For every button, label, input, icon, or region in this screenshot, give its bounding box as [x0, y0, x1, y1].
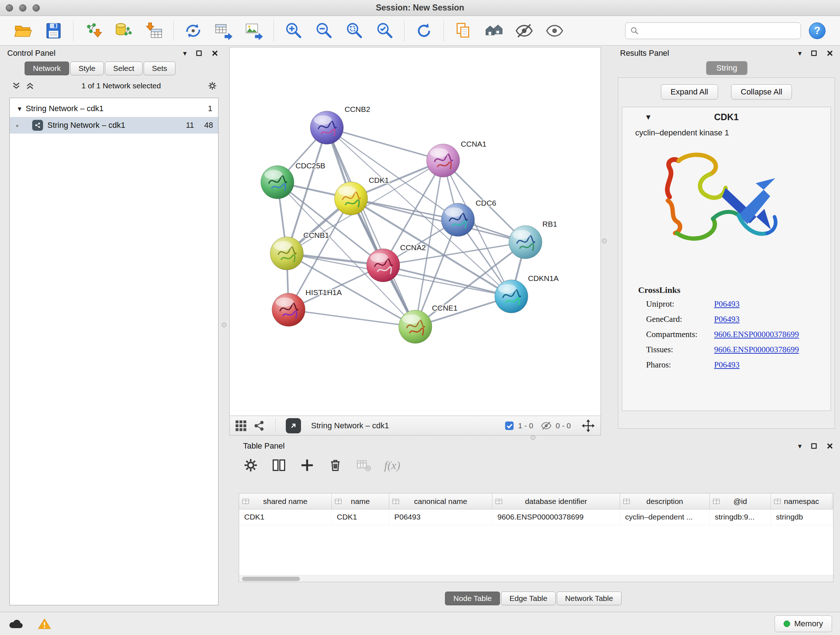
export-table-button[interactable] [213, 21, 234, 41]
tab-style[interactable]: Style [70, 62, 104, 75]
collapse-all-icon[interactable] [25, 81, 35, 90]
table-row[interactable]: CDK1CDK1P064939606.ENSP00000378699cyclin… [239, 509, 833, 525]
table-cell[interactable]: 9606.ENSP00000378699 [493, 509, 620, 525]
network-node-CDKN1A[interactable] [495, 280, 528, 313]
import-network-database-button[interactable] [113, 21, 134, 41]
tab-network[interactable]: Network [25, 62, 69, 75]
right-splitter-handle[interactable] [602, 239, 607, 243]
float-panel-icon[interactable] [195, 50, 202, 57]
network-node-CDC6[interactable] [441, 203, 475, 236]
table-cell[interactable]: cyclin–dependent ... [620, 509, 710, 525]
network-node-CDK1[interactable] [334, 182, 368, 215]
toolbar-search[interactable] [625, 22, 801, 39]
column-header-database-identifier[interactable]: database identifier [493, 494, 620, 509]
create-column-plus-icon[interactable] [300, 458, 315, 473]
network-collection-row[interactable]: ▾ String Network – cdk1 1 [10, 100, 218, 117]
show-graphics-details-button[interactable] [545, 21, 565, 41]
network-node-CCNA1[interactable] [426, 144, 460, 177]
column-header-canonical-name[interactable]: canonical name [389, 494, 493, 509]
network-node-RB1[interactable] [508, 226, 542, 259]
network-options-gear-icon[interactable] [208, 81, 217, 90]
zoom-selected-button[interactable] [374, 21, 395, 41]
birds-eye-grid-icon[interactable] [235, 420, 247, 432]
column-header-name[interactable]: name [332, 494, 389, 509]
warning-icon[interactable] [38, 618, 51, 630]
hide-graphics-details-button[interactable] [514, 21, 534, 41]
network-row-selected[interactable]: ● String Network – cdk1 11 48 [10, 117, 218, 134]
network-node-CCNB1[interactable] [270, 237, 303, 270]
open-in-new-window-button[interactable] [286, 418, 301, 433]
tree-caret-icon[interactable]: ▾ [18, 105, 21, 112]
import-network-file-button[interactable] [83, 21, 103, 41]
crosslink-value-link[interactable]: P06493 [714, 299, 739, 309]
gene-collapse-caret-icon[interactable]: ▾ [646, 112, 651, 121]
bottom-splitter-handle[interactable] [531, 435, 535, 440]
expand-all-button[interactable]: Expand All [661, 84, 718, 100]
collapse-all-button[interactable]: Collapse All [731, 84, 792, 100]
column-header-namespac[interactable]: namespac [771, 494, 832, 509]
zoom-in-button[interactable] [283, 21, 303, 41]
table-cell[interactable]: stringdb:9... [710, 509, 771, 525]
search-input[interactable] [642, 27, 796, 35]
table-cell[interactable]: CDK1 [332, 509, 389, 525]
export-image-button[interactable] [244, 21, 264, 41]
panel-menu-caret-icon[interactable]: ▾ [798, 442, 802, 450]
crosslink-value-link[interactable]: P06493 [714, 360, 739, 370]
delete-column-trash-icon[interactable] [328, 458, 343, 473]
network-node-HIST1H1A[interactable] [272, 293, 305, 326]
import-table-file-button[interactable] [144, 21, 164, 41]
expand-all-icon[interactable] [11, 81, 21, 90]
minimize-window-button[interactable] [19, 4, 27, 11]
network-edge-CDK1-RB1[interactable] [351, 198, 525, 242]
close-panel-icon[interactable] [211, 50, 218, 57]
horizontal-scrollbar[interactable] [239, 575, 833, 582]
zoom-fit-button[interactable] [344, 21, 364, 41]
close-panel-icon[interactable] [826, 442, 834, 450]
crosslink-value-link[interactable]: P06493 [714, 315, 739, 324]
memory-button[interactable]: Memory [775, 616, 832, 632]
network-node-CDC25B[interactable] [261, 165, 294, 199]
show-columns-icon[interactable] [271, 458, 286, 473]
network-edge-CCNB2-CCNE1[interactable] [327, 128, 415, 327]
column-header-description[interactable]: description [620, 494, 710, 509]
network-node-CCNA2[interactable] [366, 249, 400, 282]
crosslink-value-link[interactable]: 9606.ENSP00000378699 [714, 345, 799, 355]
column-header--id[interactable]: @id [710, 494, 771, 509]
cloud-icon[interactable] [8, 618, 24, 630]
pan-move-icon[interactable] [581, 418, 595, 433]
open-session-button[interactable] [13, 21, 33, 41]
refresh-button[interactable] [414, 21, 434, 41]
copy-button[interactable] [453, 21, 474, 41]
network-view[interactable]: CCNB2CCNA1CDC25BCDK1CDC6RB1CCNB1CCNA2CDK… [229, 47, 601, 416]
network-edge-CCNE1-HIST1H1A[interactable] [289, 310, 415, 327]
tab-network-table[interactable]: Network Table [557, 592, 622, 605]
float-panel-icon[interactable] [810, 50, 818, 57]
column-header-shared-name[interactable]: shared name [239, 494, 332, 509]
zoom-out-button[interactable] [314, 21, 334, 41]
table-cell[interactable]: P06493 [389, 509, 493, 525]
hidden-eye-slash-icon[interactable] [540, 421, 552, 431]
tab-edge-table[interactable]: Edge Table [501, 592, 556, 605]
crosslink-value-link[interactable]: 9606.ENSP00000378699 [714, 330, 799, 339]
tab-string[interactable]: String [706, 61, 747, 75]
table-cell[interactable]: stringdb [771, 509, 832, 525]
houses-button[interactable] [484, 21, 504, 41]
tab-sets[interactable]: Sets [144, 62, 175, 75]
network-edge-CCNA2-CDKN1A[interactable] [383, 265, 511, 296]
zoom-window-button[interactable] [33, 4, 40, 11]
close-window-button[interactable] [6, 4, 13, 11]
tab-node-table[interactable]: Node Table [445, 592, 500, 605]
help-button[interactable]: ? [809, 22, 826, 39]
close-panel-icon[interactable] [826, 50, 834, 57]
table-cell[interactable]: CDK1 [239, 509, 332, 525]
network-node-CCNE1[interactable] [399, 310, 432, 344]
export-network-button[interactable] [183, 21, 203, 41]
table-options-gear-icon[interactable] [243, 458, 258, 473]
float-panel-icon[interactable] [810, 442, 818, 450]
panel-menu-caret-icon[interactable]: ▾ [798, 50, 802, 57]
network-share-icon[interactable] [253, 420, 265, 432]
network-node-CCNB2[interactable] [310, 111, 344, 144]
selected-checkbox-icon[interactable] [504, 421, 515, 431]
scrollbar-thumb[interactable] [242, 577, 300, 581]
save-session-button[interactable] [43, 21, 64, 41]
